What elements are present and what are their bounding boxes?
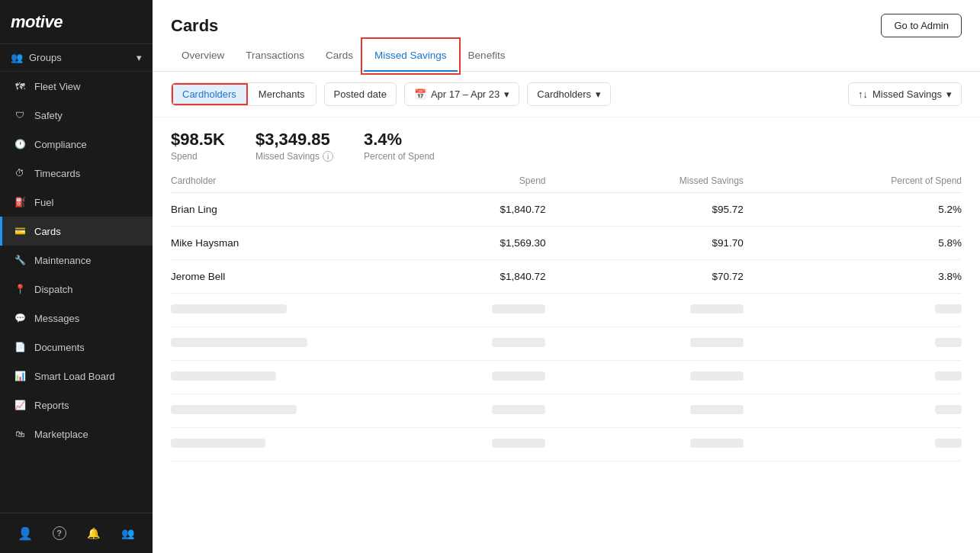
chevron-down-icon: ▾ (504, 88, 509, 100)
reports-icon (13, 398, 27, 412)
sidebar-item-smart-load-board[interactable]: Smart Load Board (0, 362, 153, 391)
fuel-icon (13, 195, 27, 209)
cardholders-table: Cardholder Spend Missed Savings Percent … (171, 169, 962, 461)
logo: motive (0, 0, 153, 44)
profile-button[interactable] (14, 522, 36, 544)
page-title: Cards (171, 16, 218, 36)
posted-date-label: Posted date (334, 88, 387, 100)
chevron-down-icon: ▾ (596, 88, 601, 100)
table-row-skeleton (171, 428, 962, 461)
sidebar-item-reports[interactable]: Reports (0, 391, 153, 420)
skeleton-cell (171, 304, 287, 313)
view-toggle: Cardholders Merchants (171, 82, 316, 106)
sidebar-item-label: Dispatch (34, 284, 73, 295)
skeleton-cell (492, 439, 545, 448)
sidebar-item-label: Maintenance (34, 255, 91, 266)
tab-bar: Overview Transactions Cards Missed Savin… (153, 40, 980, 72)
percent-label: Percent of Spend (364, 151, 435, 162)
merchants-toggle-button[interactable]: Merchants (248, 83, 316, 105)
sort-button[interactable]: ↑↓ Missed Savings ▾ (848, 82, 962, 106)
sidebar-item-messages[interactable]: Messages (0, 304, 153, 333)
tab-transactions[interactable]: Transactions (235, 40, 315, 72)
profile-icon (18, 526, 33, 541)
skeleton-cell (935, 304, 962, 313)
table-header: Cardholder Spend Missed Savings Percent … (171, 169, 962, 193)
calendar-icon: 📅 (414, 88, 426, 100)
sidebar-item-label: Cards (34, 226, 61, 237)
sidebar-item-documents[interactable]: Documents (0, 333, 153, 362)
skeleton-cell (935, 439, 962, 448)
sidebar-item-fleet-view[interactable]: Fleet View (0, 72, 153, 101)
sidebar-item-label: Safety (34, 110, 63, 121)
groups-label: Groups (29, 52, 62, 63)
filters-row: Cardholders Merchants Posted date 📅 Apr … (153, 72, 980, 117)
sidebar-item-compliance[interactable]: Compliance (0, 130, 153, 159)
tab-overview[interactable]: Overview (171, 40, 235, 72)
sidebar-item-label: Timecards (34, 168, 80, 179)
stats-row: $98.5K Spend $3,349.85 Missed Savings i … (153, 117, 980, 169)
table-row: Brian Ling $1,840.72 $95.72 5.2% (171, 193, 962, 227)
nav-menu: Fleet View Safety Compliance Timecards F… (0, 72, 153, 513)
skeleton-cell (171, 371, 276, 381)
table-row-skeleton (171, 394, 962, 428)
skeleton-cell (690, 405, 744, 414)
marketplace-icon (13, 427, 27, 441)
cardholder-missed-savings: $70.72 (545, 260, 743, 294)
cardholder-name: Mike Haysman (171, 227, 381, 260)
main-content: Cards Go to Admin Overview Transactions … (153, 0, 980, 553)
cardholder-missed-savings: $95.72 (545, 193, 743, 227)
tab-missed-savings[interactable]: Missed Savings (364, 40, 458, 72)
tab-cards[interactable]: Cards (315, 40, 364, 72)
cardholders-toggle-button[interactable]: Cardholders (172, 83, 248, 105)
sidebar-item-cards[interactable]: Cards (0, 217, 153, 246)
spend-value: $98.5K (171, 130, 225, 150)
maintenance-icon (13, 253, 27, 267)
table-row: Jerome Bell $1,840.72 $70.72 3.8% (171, 260, 962, 294)
sidebar-item-dispatch[interactable]: Dispatch (0, 275, 153, 304)
sidebar-item-label: Documents (34, 342, 85, 353)
skeleton-cell (492, 405, 545, 414)
skeleton-cell (690, 371, 744, 381)
tab-benefits[interactable]: Benefits (458, 40, 516, 72)
stat-spend: $98.5K Spend (171, 130, 225, 162)
sort-label: Missed Savings (872, 88, 942, 100)
help-button[interactable]: ? (49, 522, 70, 544)
date-filter-button[interactable]: Posted date (324, 82, 397, 106)
col-percent-of-spend: Percent of Spend (744, 169, 962, 193)
cardholder-name: Brian Ling (171, 193, 381, 227)
sidebar-item-fuel[interactable]: Fuel (0, 188, 153, 217)
skeleton-cell (690, 439, 744, 448)
sort-icon: ↑↓ (858, 88, 868, 100)
info-icon[interactable]: i (323, 151, 333, 162)
account-icon (121, 526, 134, 540)
cardholder-filter-button[interactable]: Cardholders ▾ (527, 82, 611, 106)
skeleton-cell (690, 304, 744, 313)
notifications-button[interactable] (83, 522, 104, 544)
go-to-admin-button[interactable]: Go to Admin (881, 14, 962, 37)
fleet-icon (13, 79, 27, 93)
missed-savings-value: $3,349.85 (255, 130, 333, 150)
stat-percent: 3.4% Percent of Spend (364, 130, 435, 162)
skeleton-cell (171, 338, 307, 347)
stat-missed-savings: $3,349.85 Missed Savings i (255, 130, 333, 162)
table-body: Brian Ling $1,840.72 $95.72 5.2% Mike Ha… (171, 193, 962, 461)
cardholder-spend: $1,840.72 (381, 260, 545, 294)
account-button[interactable] (117, 522, 139, 544)
cardholder-filter-label: Cardholders (537, 88, 591, 100)
sidebar-item-marketplace[interactable]: Marketplace (0, 420, 153, 449)
table-row-skeleton (171, 361, 962, 394)
sidebar-item-label: Fuel (34, 197, 53, 208)
groups-menu[interactable]: 👥 Groups ▾ (0, 44, 153, 72)
cardholder-percent: 5.2% (744, 193, 962, 227)
sidebar-item-safety[interactable]: Safety (0, 101, 153, 130)
sidebar-item-timecards[interactable]: Timecards (0, 159, 153, 188)
cardholder-missed-savings: $91.70 (545, 227, 743, 260)
skeleton-cell (171, 405, 297, 414)
sidebar-item-maintenance[interactable]: Maintenance (0, 246, 153, 275)
date-range-button[interactable]: 📅 Apr 17 – Apr 23 ▾ (404, 82, 519, 106)
col-spend: Spend (381, 169, 545, 193)
help-icon: ? (53, 526, 66, 540)
timecards-icon (13, 166, 27, 180)
chevron-down-icon: ▾ (137, 52, 142, 63)
skeleton-cell (492, 338, 545, 347)
